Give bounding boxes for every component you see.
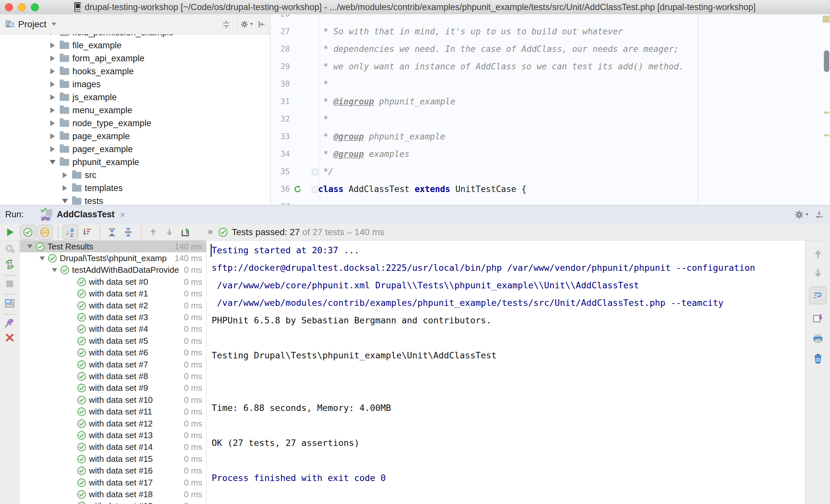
fold-marker-icon[interactable]	[312, 169, 318, 175]
tree-item-src[interactable]: src	[0, 169, 270, 181]
tree-item-form-api-example[interactable]: form_api_example	[0, 52, 270, 65]
comment-text: * So with that in mind, it's up to us to…	[318, 23, 623, 40]
test-row-data-set[interactable]: with data set #4 0 ms	[20, 323, 206, 335]
minimize-window-button[interactable]	[18, 3, 26, 11]
chevron-down-icon[interactable]	[52, 23, 56, 26]
run-test-gutter-icon[interactable]	[293, 184, 302, 194]
import-test-results-button[interactable]	[178, 225, 193, 239]
chevron-down-icon[interactable]	[51, 268, 58, 272]
test-row-data-set[interactable]: with data set #8 0 ms	[20, 370, 206, 382]
stop-button[interactable]	[5, 279, 14, 289]
test-row-data-set[interactable]: with data set #14 0 ms	[20, 441, 206, 453]
scroll-down-button[interactable]	[813, 268, 823, 278]
chevron-right-icon[interactable]	[49, 81, 57, 87]
test-row-data-set[interactable]: with data set #12 0 ms	[20, 418, 206, 429]
test-row-data-set[interactable]: with data set #13 0 ms	[20, 429, 206, 441]
chevron-right-icon[interactable]	[49, 94, 57, 100]
scroll-up-button[interactable]	[813, 249, 823, 260]
toggle-auto-test-button[interactable]	[4, 259, 15, 270]
editor-scrollbar-thumb[interactable]	[824, 50, 829, 72]
test-row-data-set[interactable]: with data set #5 0 ms	[20, 335, 206, 347]
tree-item-field-permission-example[interactable]: field_permission_example	[0, 34, 270, 39]
show-ignored-toggle[interactable]	[37, 225, 53, 240]
chevron-down-icon[interactable]	[49, 160, 57, 164]
next-occurrence-button[interactable]	[162, 225, 177, 239]
chevron-right-icon[interactable]	[61, 172, 69, 178]
tree-item-hooks-example[interactable]: hooks_example	[0, 65, 270, 78]
chevron-down-icon[interactable]	[61, 199, 69, 203]
test-row-data-set[interactable]: with data set #10 0 ms	[20, 394, 206, 406]
tree-item-page-example[interactable]: page_example	[0, 130, 270, 143]
tree-item-menu-example[interactable]: menu_example	[0, 104, 270, 117]
chevron-right-icon[interactable]	[49, 42, 57, 48]
tree-item-images[interactable]: images	[0, 78, 270, 91]
print-button[interactable]	[812, 333, 824, 344]
sort-alphabetically-toggle[interactable]: ↓az	[63, 225, 78, 240]
error-stripe-mark[interactable]	[823, 15, 830, 23]
test-row-data-set[interactable]: with data set #18 0 ms	[20, 489, 206, 500]
test-row-method[interactable]: testAddWithBadDataProvide 0 ms	[20, 264, 206, 276]
show-passed-toggle[interactable]	[20, 225, 36, 240]
run-tab-addclasstest[interactable]: php AddClassTest ×	[37, 205, 129, 224]
error-stripe-mark[interactable]	[824, 111, 829, 113]
test-row-data-set[interactable]: with data set #11 0 ms	[20, 406, 206, 417]
test-row-suite[interactable]: Drupal\Tests\phpunit_examp 140 ms	[20, 252, 206, 264]
chevron-down-icon[interactable]	[26, 244, 33, 248]
chevron-down-icon[interactable]	[39, 257, 46, 261]
hide-panel-icon[interactable]	[255, 18, 268, 31]
test-row-data-set[interactable]: with data set #16 0 ms	[20, 465, 206, 476]
sort-by-duration-button[interactable]	[79, 225, 94, 239]
tree-item-node-type-example[interactable]: node_type_example	[0, 117, 270, 130]
test-label: with data set #3	[89, 312, 182, 323]
test-row-data-set[interactable]: with data set #15 0 ms	[20, 453, 206, 465]
chevron-right-icon[interactable]	[49, 56, 57, 61]
zoom-window-button[interactable]	[31, 3, 39, 11]
error-stripe-mark[interactable]	[824, 134, 829, 136]
rerun-tests-button[interactable]	[0, 227, 20, 237]
tree-item-phpunit-example[interactable]: phpunit_example	[0, 156, 270, 169]
test-row-data-set[interactable]: with data set #1 0 ms	[20, 288, 206, 300]
scroll-to-end-button[interactable]	[812, 313, 824, 324]
project-settings-gear-icon[interactable]	[240, 18, 253, 31]
test-row-data-set[interactable]: with data set #17 0 ms	[20, 477, 206, 489]
test-row-data-set[interactable]: with data set #2 0 ms	[20, 300, 206, 311]
run-console[interactable]: Testing started at 20:37 ...sftp://docke…	[207, 241, 805, 504]
previous-occurrence-button[interactable]	[146, 225, 161, 239]
test-row-data-set[interactable]: with data set #3 0 ms	[20, 311, 206, 323]
close-tab-icon[interactable]: ×	[120, 210, 126, 220]
close-panel-button[interactable]	[5, 333, 14, 342]
console-output: Testing started at 20:37 ...sftp://docke…	[212, 242, 805, 487]
test-row-data-set[interactable]: with data set #6 0 ms	[20, 347, 206, 359]
chevron-right-icon[interactable]	[49, 120, 57, 126]
chevron-right-icon[interactable]	[49, 34, 57, 35]
toolbar-overflow-icon[interactable]: »	[208, 226, 213, 237]
test-row-data-set[interactable]: with data set #9 0 ms	[20, 382, 206, 394]
hide-run-panel-icon[interactable]	[815, 210, 824, 220]
fold-marker-icon[interactable]	[312, 187, 318, 193]
test-row-root[interactable]: Test Results 140 ms	[20, 241, 206, 252]
chevron-right-icon[interactable]	[49, 107, 57, 113]
run-panel-settings-gear-icon[interactable]	[794, 210, 808, 220]
test-row-data-set[interactable]: with data set #7 0 ms	[20, 359, 206, 370]
chevron-right-icon[interactable]	[49, 133, 57, 139]
code-editor[interactable]: 26 27 * So with that in mind, it's up to…	[270, 14, 830, 205]
restore-layout-button[interactable]	[4, 298, 15, 309]
tree-item-js-example[interactable]: js_example	[0, 91, 270, 104]
chevron-right-icon[interactable]	[49, 146, 57, 152]
pin-tab-button[interactable]	[4, 317, 15, 328]
soft-wrap-toggle[interactable]	[809, 287, 827, 304]
tree-item-tests[interactable]: tests	[0, 195, 270, 205]
clear-console-trash-button[interactable]	[812, 353, 824, 365]
expand-all-button[interactable]	[104, 225, 120, 239]
collapse-all-button[interactable]	[121, 225, 136, 239]
test-row-data-set[interactable]: with data set #19 0 ms	[20, 500, 206, 504]
collapse-all-button[interactable]	[220, 18, 233, 31]
rerun-failed-tests-button[interactable]	[4, 243, 15, 254]
tree-item-pager-example[interactable]: pager_example	[0, 143, 270, 156]
test-row-data-set[interactable]: with data set #0 0 ms	[20, 276, 206, 288]
chevron-right-icon[interactable]	[49, 68, 57, 74]
tree-item-file-example[interactable]: file_example	[0, 39, 270, 52]
tree-item-templates[interactable]: templates	[0, 181, 270, 195]
close-window-button[interactable]	[5, 3, 13, 11]
chevron-right-icon[interactable]	[61, 185, 69, 191]
